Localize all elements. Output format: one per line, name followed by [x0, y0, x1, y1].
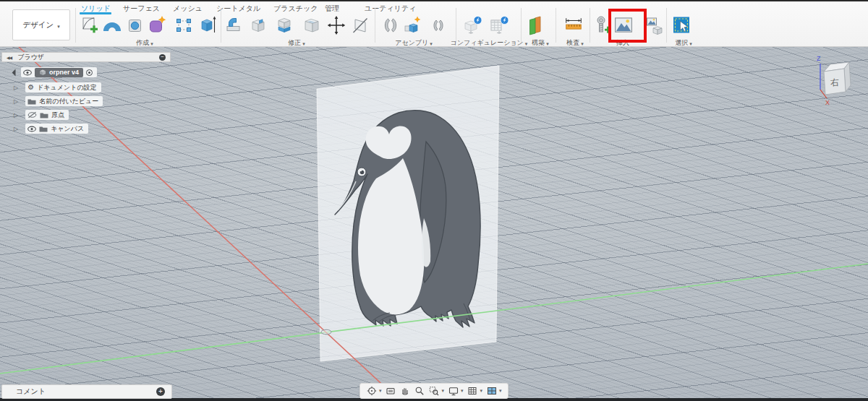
visibility-off-eye-icon[interactable] [27, 111, 37, 118]
toolbar-separator [556, 8, 556, 43]
browser-root-row[interactable]: orpner v4 [1, 67, 97, 77]
browser-item-document-settings[interactable]: ▷ ⚙ ドキュメントの設定 [1, 82, 101, 92]
chevron-down-icon[interactable] [499, 388, 502, 394]
viewcube[interactable]: 右 Z X [804, 50, 868, 131]
form-icon[interactable] [147, 13, 167, 38]
tab-manage[interactable]: 管理 [325, 4, 339, 14]
chevron-down-icon[interactable] [461, 388, 464, 394]
joint-icon[interactable] [380, 13, 401, 38]
shell-icon[interactable] [302, 13, 322, 38]
visibility-eye-icon[interactable] [27, 126, 36, 132]
group-label-select[interactable]: 選択 [675, 38, 692, 48]
viewcube-face-label: 右 [829, 77, 839, 88]
construction-plane-icon[interactable] [525, 13, 545, 38]
scene-canvas [0, 47, 868, 401]
chevron-down-icon[interactable] [379, 388, 382, 394]
measure-icon[interactable] [563, 13, 584, 38]
toolbar-separator [375, 8, 375, 43]
expanded-arrow-icon[interactable] [12, 69, 20, 76]
toolbar-separator [75, 8, 76, 43]
insert-mesh-icon[interactable] [644, 13, 665, 38]
revolve-icon[interactable] [125, 13, 145, 38]
highlight-annotation-box [608, 9, 647, 43]
origin-marker[interactable] [321, 329, 331, 334]
toolbar-separator [666, 8, 667, 43]
chevron-down-icon[interactable] [480, 388, 483, 394]
tab-mesh[interactable]: メッシュ [173, 4, 203, 14]
chevron-down-icon[interactable] [442, 388, 445, 394]
browser-item-canvases[interactable]: ▷ キャンバス [1, 124, 88, 134]
comments-panel[interactable]: コメント + [1, 384, 172, 399]
extrude-icon[interactable] [102, 13, 122, 38]
group-label-inspect[interactable]: 検査 [566, 38, 584, 48]
display-settings-icon[interactable] [447, 385, 459, 397]
tab-plastic[interactable]: プラスチック [273, 4, 318, 14]
group-label-create[interactable]: 作成 [136, 38, 153, 48]
folder-icon [40, 112, 48, 118]
folder-icon [27, 98, 36, 105]
group-label-modify[interactable]: 修正 [288, 38, 305, 48]
browser-header[interactable]: ◀◀ ブラウザ − [1, 52, 171, 62]
x-axis-label: X [825, 99, 830, 106]
press-pull-icon[interactable] [274, 13, 294, 38]
select-icon[interactable] [671, 13, 692, 38]
chevron-down-icon [689, 40, 692, 47]
collapsed-arrow-icon[interactable]: ▷ [14, 112, 18, 118]
browser-title: ブラウザ [17, 53, 159, 62]
tab-surface[interactable]: サーフェス [123, 4, 160, 14]
pan-icon[interactable] [399, 385, 412, 397]
toolbar-separator [590, 8, 590, 43]
tab-sheetmetal[interactable]: シートメタル [216, 4, 260, 14]
group-label-construct[interactable]: 構築 [532, 38, 549, 48]
joint-origin-icon[interactable] [428, 13, 448, 38]
toolbar-separator [456, 8, 456, 43]
chevron-down-icon [150, 40, 153, 47]
collapsed-arrow-icon[interactable]: ▷ [14, 98, 18, 105]
root-component-chip[interactable]: orpner v4 [35, 68, 83, 77]
grid-settings-icon[interactable] [467, 385, 479, 397]
folder-icon [39, 126, 48, 132]
fusion360-window: デザイン ソリッド サーフェス メッシュ シートメタル プラスチック 管理 ユー… [0, 0, 868, 401]
window-top-edge [0, 0, 868, 1]
look-at-icon[interactable] [385, 385, 397, 397]
gear-icon: ⚙ [27, 84, 34, 91]
browser-item-origin[interactable]: ▷ 原点 [1, 110, 69, 120]
3d-viewport[interactable]: 右 Z X ◀◀ ブラウザ − orpner v4 [0, 47, 868, 401]
config-table-icon[interactable] [489, 13, 509, 38]
pattern-icon[interactable] [174, 13, 194, 38]
add-comment-icon[interactable]: + [156, 387, 165, 396]
component-cube-icon [39, 69, 46, 76]
new-component-icon[interactable] [402, 13, 422, 38]
visibility-eye-icon[interactable] [23, 69, 32, 76]
fit-zoom-icon[interactable] [428, 385, 441, 397]
chevron-down-icon [302, 40, 305, 47]
flange-icon[interactable] [224, 13, 244, 38]
create-sketch-icon[interactable] [80, 13, 100, 38]
viewports-icon[interactable] [485, 385, 498, 397]
configuration-icon[interactable] [463, 13, 483, 38]
minimize-icon[interactable]: − [159, 54, 166, 61]
move-icon[interactable] [326, 13, 346, 38]
workspace-label: デザイン [22, 20, 54, 30]
comments-label: コメント [16, 387, 156, 397]
chevron-down-icon [430, 40, 433, 47]
thicken-icon[interactable] [197, 13, 218, 38]
tab-utilities[interactable]: ユーティリティ [365, 4, 416, 14]
group-label-configuration[interactable]: コンフィギュレーション [451, 38, 528, 48]
toolbar-separator [221, 8, 221, 43]
chevron-down-icon [581, 40, 584, 47]
group-label-assemble[interactable]: アセンブリ [395, 38, 433, 48]
browser-item-named-views[interactable]: ▷ 名前の付いたビュー [1, 96, 103, 106]
corner-icon[interactable] [248, 13, 268, 38]
activate-radio-icon[interactable] [86, 69, 93, 76]
delete-icon[interactable] [350, 13, 370, 38]
collapsed-arrow-icon[interactable]: ▷ [14, 85, 18, 91]
chevron-down-icon [525, 40, 528, 47]
collapsed-arrow-icon[interactable]: ▷ [14, 126, 18, 132]
chevron-down-icon [57, 21, 60, 30]
collapse-panel-icon[interactable]: ◀◀ [7, 55, 12, 60]
toolbar-separator [521, 8, 522, 43]
ribbon-toolbar: デザイン ソリッド サーフェス メッシュ シートメタル プラスチック 管理 ユー… [0, 1, 868, 47]
orbit-icon[interactable] [365, 385, 378, 397]
zoom-icon[interactable] [414, 385, 426, 397]
